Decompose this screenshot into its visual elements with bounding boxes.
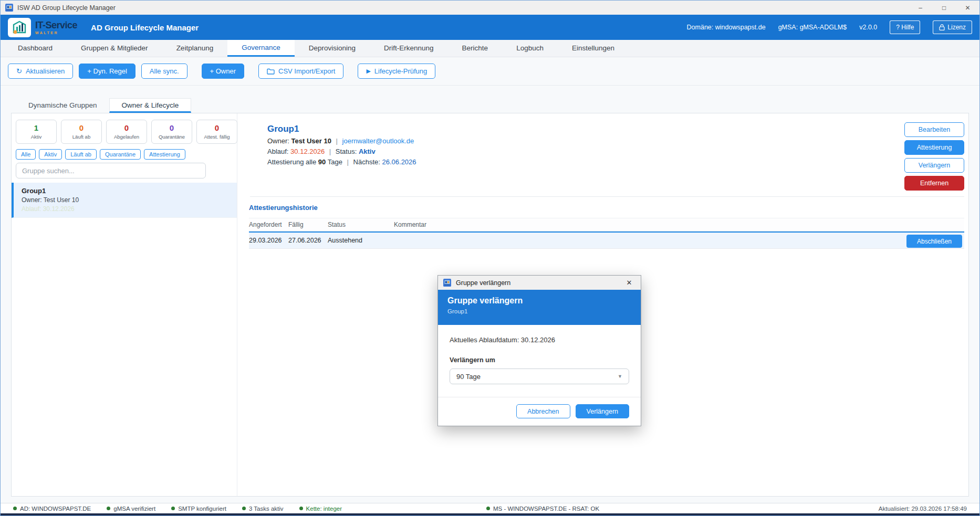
tab-berichte[interactable]: Berichte [448, 40, 503, 57]
tab-dashboard[interactable]: Dashboard [4, 40, 67, 57]
dialog-window-title: Gruppe verlängern [456, 279, 510, 287]
maximize-icon[interactable]: □ [932, 1, 956, 15]
status-value: Aktiv [359, 148, 376, 155]
group-action-buttons: Bearbeiten Attestierung Verlängern Entfe… [904, 122, 964, 191]
tab-zeitplanung[interactable]: Zeitplanung [162, 40, 228, 57]
tab-logbuch[interactable]: Logbuch [502, 40, 558, 57]
column-faellig: Fällig [288, 221, 328, 228]
attest-label: Attestierung alle [267, 158, 316, 166]
lifecycle-check-button[interactable]: ▶ Lifecycle-Prüfung [358, 64, 435, 79]
edit-button[interactable]: Bearbeiten [904, 122, 964, 137]
status-ms-rsat-label: MS - WINDOWSPAPST.DE - RSAT: OK [493, 506, 599, 512]
page-title: AD Group Lifecycle Manager [91, 23, 199, 32]
table-row[interactable]: 29.03.2026 27.06.2026 Ausstehend Abschli… [249, 231, 964, 249]
stat-quarantaene-value: 0 [170, 124, 174, 133]
filter-laeuft-ab[interactable]: Läuft ab [65, 149, 97, 160]
status-bar: AD: WINDOWSPAPST.DE gMSA verifiziert SMT… [1, 503, 979, 513]
column-kommentar: Kommentar [394, 221, 964, 228]
group-detail-info: Group1 Owner: Test User 10 | joernwalter… [237, 113, 968, 166]
subtab-owner-lifecycle[interactable]: Owner & Lifecycle [109, 98, 192, 113]
tab-deprovisioning[interactable]: Deprovisioning [295, 40, 370, 57]
current-expiry-text: Aktuelles Ablaufdatum: 30.12.2026 [450, 336, 629, 344]
dialog-close-icon[interactable]: ✕ [623, 279, 635, 287]
help-button-label: ? Hilfe [896, 24, 914, 31]
refresh-button[interactable]: ↻ Aktualisieren [8, 64, 73, 79]
list-item-owner: Owner: Test User 10 [22, 196, 230, 204]
stat-aktiv-label: Aktiv [31, 134, 42, 140]
owner-label: Owner: [267, 137, 289, 145]
sync-all-button[interactable]: Alle sync. [141, 64, 187, 79]
filter-attestierung[interactable]: Attestierung [144, 149, 185, 160]
version-label: v2.0.0 [859, 24, 877, 31]
status-ad: AD: WINDOWSPAPST.DE [13, 506, 91, 512]
stat-abgelaufen: 0 Abgelaufen [106, 120, 147, 144]
domain-label: Domäne: windowspapst.de [687, 24, 766, 31]
sync-all-label: Alle sync. [150, 67, 179, 75]
close-icon[interactable]: ✕ [956, 1, 979, 15]
stat-aktiv-value: 1 [34, 124, 38, 133]
tab-einstellungen[interactable]: Einstellungen [558, 40, 629, 57]
help-button[interactable]: ? Hilfe [890, 20, 920, 34]
remove-button[interactable]: Entfernen [904, 176, 964, 191]
stat-laeuft-ab-value: 0 [79, 124, 84, 133]
last-updated-label: Aktualisiert: 29.03.2026 17:58:49 [879, 506, 967, 512]
complete-button[interactable]: Abschließen [906, 235, 962, 248]
expiry-value: 30.12.2026 [290, 148, 325, 155]
brand-logo [8, 18, 31, 37]
cell-due: 27.06.2026 [288, 237, 328, 244]
dialog-body: Aktuelles Ablaufdatum: 30.12.2026 Verlän… [438, 325, 641, 397]
status-ok-icon [486, 507, 490, 510]
tab-gruppen-mitglieder[interactable]: Gruppen & Mitglieder [67, 40, 162, 57]
minimize-icon[interactable]: – [909, 1, 932, 15]
attestation-history: Attestierungshistorie Angefordert Fällig… [249, 204, 964, 249]
status-smtp-label: SMTP konfiguriert [178, 506, 226, 512]
status-ok-icon [13, 507, 17, 510]
subtab-dynamische-gruppen[interactable]: Dynamische Gruppen [16, 98, 109, 113]
filter-quarantaene[interactable]: Quarantäne [100, 149, 141, 160]
tab-drift-erkennung[interactable]: Drift-Erkennung [370, 40, 448, 57]
list-item-group1[interactable]: Group1 Owner: Test User 10 Ablauf: 30.12… [12, 183, 237, 218]
stat-laeuft-ab-label: Läuft ab [72, 134, 90, 140]
status-ad-label: AD: WINDOWSPAPST.DE [20, 506, 91, 512]
status-tasks: 3 Tasks aktiv [242, 506, 284, 512]
add-dyn-rule-button[interactable]: + Dyn. Regel [79, 64, 135, 79]
column-angefordert: Angefordert [249, 221, 288, 228]
filter-alle[interactable]: Alle [16, 149, 36, 160]
play-icon: ▶ [366, 68, 370, 75]
brand-subtitle: WALTER [35, 31, 77, 35]
lifecycle-check-label: Lifecycle-Prüfung [374, 67, 427, 75]
extend-duration-select[interactable]: 90 Tage ▼ [450, 368, 629, 384]
attestation-button[interactable]: Attestierung [904, 140, 964, 155]
divider [250, 196, 964, 197]
license-button[interactable]: Lizenz [933, 20, 972, 34]
chevron-down-icon: ▼ [618, 374, 622, 379]
extend-button[interactable]: Verlängern [904, 158, 964, 173]
status-kette-label: Kette: integer [306, 506, 342, 512]
stat-attest-faellig-label: Attest. fällig [204, 134, 230, 140]
status-ok-icon [299, 507, 303, 510]
status-smtp: SMTP konfiguriert [171, 506, 226, 512]
dialog-footer: Abbrechen Verlängern [438, 397, 641, 426]
cancel-button[interactable]: Abbrechen [516, 404, 570, 418]
window-bottom-edge [1, 513, 979, 516]
lock-icon [939, 24, 945, 30]
group-title: Group1 [267, 124, 968, 134]
next-value: 26.06.2026 [382, 158, 416, 166]
status-ok-icon [242, 507, 246, 510]
search-input[interactable] [16, 163, 206, 178]
license-button-label: Lizenz [947, 24, 966, 31]
csv-import-export-button[interactable]: CSV Import/Export [258, 64, 343, 79]
filter-chips: Alle Aktiv Läuft ab Quarantäne Attestier… [16, 149, 185, 160]
filter-aktiv[interactable]: Aktiv [39, 149, 62, 160]
confirm-extend-button[interactable]: Verlängern [576, 404, 629, 418]
add-owner-button[interactable]: + Owner [202, 64, 245, 79]
add-owner-label: + Owner [210, 67, 236, 75]
list-item-name: Group1 [22, 187, 230, 195]
owner-name: Test User 10 [291, 137, 331, 145]
app-header: IT-Service WALTER AD Group Lifecycle Man… [1, 15, 979, 40]
app-icon [5, 4, 13, 12]
separator: | [336, 137, 338, 145]
tab-governance[interactable]: Governance [227, 40, 295, 57]
next-label: Nächste: [353, 158, 380, 166]
owner-email[interactable]: joernwalter@outlook.de [342, 137, 414, 145]
